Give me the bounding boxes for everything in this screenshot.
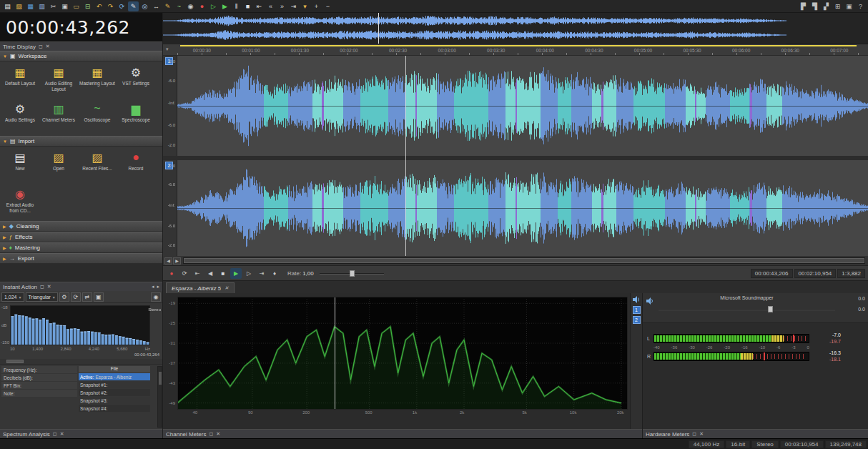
vst-settings-button[interactable]: ⚙ VST Settings — [117, 62, 155, 99]
effects-section[interactable]: ▶ ƒ Effects — [0, 232, 162, 242]
audio-editing-layout-button[interactable]: ▦ Audio Editing Layout — [39, 62, 78, 99]
rate-slider[interactable] — [320, 270, 384, 277]
zoom-out-icon[interactable]: − — [322, 1, 333, 11]
repeat-icon[interactable]: ⟳ — [117, 1, 127, 11]
waveform-overview[interactable] — [163, 13, 868, 44]
snapshot-button[interactable]: ◉ — [151, 292, 161, 302]
cut-icon[interactable]: ✂ — [48, 1, 59, 11]
float-windows-icon[interactable]: ▣ — [844, 1, 854, 11]
close-button[interactable]: ✕ — [216, 431, 220, 437]
snapshot-row[interactable]: Snapshot #1: — [79, 381, 150, 388]
previous-marker-button[interactable]: ◀ — [204, 268, 216, 279]
meter-track[interactable] — [654, 334, 809, 343]
spectrum-scrollbar[interactable] — [0, 359, 162, 365]
close-button[interactable]: ✕ — [47, 284, 51, 290]
cleaning-section[interactable]: ▶ ◆ Cleaning — [0, 221, 162, 232]
close-button[interactable]: ✕ — [699, 431, 704, 437]
refresh-button[interactable]: ⟳ — [71, 292, 81, 302]
copy-icon[interactable]: ▣ — [59, 1, 70, 11]
pin-button[interactable]: ◻ — [39, 44, 43, 49]
edit-cursor[interactable] — [405, 56, 406, 256]
open-file-icon[interactable]: ▨ — [14, 1, 24, 11]
mastering-section[interactable]: ▶ ♦ Mastering — [0, 242, 162, 253]
pin-button[interactable]: ◻ — [209, 431, 213, 437]
recent-files-button[interactable]: ▨ Recent Files... — [78, 147, 117, 184]
edit-tool-icon[interactable]: ✎ — [128, 1, 139, 11]
channel-meters-button[interactable]: ▥ Channel Meters — [39, 99, 78, 135]
zoom-in-icon[interactable]: + — [311, 1, 322, 11]
dock-windows-icon[interactable]: ⊞ — [832, 1, 843, 11]
channel-2-meter-badge[interactable]: 2 — [633, 316, 641, 324]
default-layout-button[interactable]: ▦ Default Layout — [1, 62, 39, 99]
table-scrollbar[interactable] — [157, 366, 162, 428]
close-button[interactable]: ✕ — [46, 44, 50, 49]
loop-region-bar[interactable] — [180, 45, 857, 46]
spectroscope-button[interactable]: ▆ Spectroscope — [117, 99, 155, 135]
settings-gear-button[interactable]: ⚙ — [59, 292, 69, 302]
stop-icon[interactable]: ■ — [242, 1, 253, 11]
go-to-start-button[interactable]: ⇤ — [192, 268, 203, 279]
envelope-tool-icon[interactable]: ~ — [174, 1, 184, 11]
waveform-canvas-2[interactable] — [177, 160, 868, 256]
meter-track[interactable] — [654, 352, 809, 361]
record-button[interactable]: ● Record — [117, 147, 155, 184]
scroll-left-button[interactable]: ◀ — [164, 257, 172, 265]
play-icon[interactable]: ▶ — [220, 1, 230, 11]
scroll-right-button[interactable]: ▶ — [173, 257, 181, 265]
scrub-button[interactable]: ♦ — [269, 268, 280, 279]
speaker-icon[interactable] — [646, 297, 654, 305]
hold-button[interactable]: ▣ — [94, 292, 104, 302]
overview-playhead[interactable] — [378, 13, 379, 44]
output-volume-slider[interactable] — [659, 306, 835, 313]
nav-back-icon[interactable]: ◂ — [152, 284, 154, 290]
loop-playback-button[interactable]: ⟳ — [179, 268, 190, 279]
new-file-button[interactable]: ▤ New — [1, 147, 39, 184]
record-icon[interactable]: ● — [197, 1, 207, 11]
paste-icon[interactable]: ▭ — [71, 1, 82, 11]
rewind-icon[interactable]: « — [265, 1, 276, 11]
play-all-icon[interactable]: ▷ — [208, 1, 219, 11]
sync-button[interactable]: ⇄ — [82, 292, 92, 302]
trim-icon[interactable]: ⊟ — [82, 1, 93, 11]
ruler-options-icon[interactable]: ▾ — [166, 46, 169, 52]
mini-spectrum-plot[interactable] — [10, 305, 150, 345]
mastering-layout-button[interactable]: ▦ Mastering Layout — [78, 62, 117, 99]
save-as-icon[interactable]: ▥ — [36, 1, 47, 11]
pause-icon[interactable]: ‖ — [231, 1, 242, 11]
go-to-end-icon[interactable]: ⇥ — [288, 1, 299, 11]
slider-thumb[interactable] — [350, 270, 355, 277]
pencil-tool-icon[interactable]: ✎ — [162, 1, 173, 11]
go-to-end-button[interactable]: ⇥ — [256, 268, 267, 279]
oscilloscope-button[interactable]: ~ Oscilloscope — [78, 99, 117, 135]
pin-button[interactable]: ◻ — [692, 431, 696, 437]
extract-audio-button[interactable]: ◉ Extract Audio from CD... — [1, 184, 39, 220]
layout-bottom-icon[interactable]: ▜ — [809, 1, 820, 11]
audio-settings-button[interactable]: ⚙ Audio Settings — [1, 99, 39, 135]
waveform-canvas-1[interactable] — [177, 56, 868, 156]
forward-icon[interactable]: » — [277, 1, 287, 11]
tab-close-icon[interactable]: ✕ — [225, 285, 229, 291]
event-tool-icon[interactable]: ↔ — [151, 1, 162, 11]
scrollbar-thumb[interactable] — [159, 372, 162, 385]
pin-button[interactable]: ◻ — [53, 431, 57, 437]
next-marker-button[interactable]: ▷ — [243, 268, 255, 279]
snapshot-icon[interactable]: ◉ — [185, 1, 196, 11]
close-button[interactable]: ✕ — [60, 431, 64, 437]
workspace-section-header[interactable]: ▼ ▣ Workspace — [0, 51, 162, 61]
slider-thumb[interactable] — [768, 306, 773, 312]
layout-split-icon[interactable]: ▞ — [821, 1, 832, 11]
snapshot-row[interactable]: Snapshot #2: — [79, 389, 150, 396]
play-button[interactable]: ▶ — [230, 268, 242, 279]
fft-spectrum-canvas[interactable] — [177, 297, 628, 410]
go-to-start-icon[interactable]: ⇤ — [254, 1, 265, 11]
scrollbar-thumb[interactable] — [6, 360, 24, 363]
stop-button[interactable]: ■ — [217, 268, 229, 279]
scrollbar-track[interactable] — [183, 257, 865, 264]
new-file-icon[interactable]: ▤ — [2, 1, 13, 11]
save-icon[interactable]: ▦ — [25, 1, 36, 11]
magnify-tool-icon[interactable]: ◎ — [139, 1, 150, 11]
open-button[interactable]: ▨ Open — [39, 147, 78, 184]
help-icon[interactable]: ? — [855, 1, 866, 11]
marker-icon[interactable]: ▾ — [300, 1, 310, 11]
scrollbar-thumb[interactable] — [184, 258, 864, 263]
